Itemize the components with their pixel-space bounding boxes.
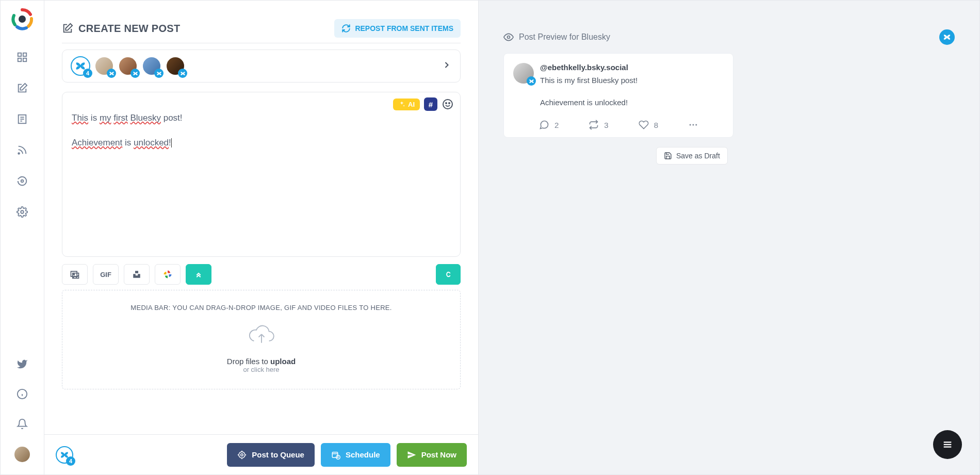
image-upload-button[interactable] (62, 264, 88, 285)
account-count-badge: 4 (83, 69, 92, 78)
nav-dashboard-icon[interactable] (15, 50, 29, 64)
account-avatar[interactable] (142, 56, 161, 76)
gif-button[interactable]: GIF (93, 264, 119, 285)
nav-compose-icon[interactable] (15, 81, 29, 95)
preview-heading: Post Preview for Bluesky (519, 32, 610, 42)
compose-panel: CREATE NEW POST REPOST FROM SENT ITEMS 4 (44, 1, 479, 474)
save-draft-label: Save as Draft (676, 152, 720, 160)
save-icon (664, 152, 672, 160)
edit-icon (62, 23, 73, 34)
repost-button[interactable]: REPOST FROM SENT ITEMS (334, 19, 461, 38)
selected-accounts-chip[interactable]: 4 (56, 446, 73, 464)
preview-avatar (513, 63, 534, 84)
unsplash-button[interactable] (124, 264, 150, 285)
svg-point-15 (443, 100, 452, 109)
svg-point-28 (690, 124, 691, 126)
svg-point-10 (21, 180, 24, 183)
repost-stat[interactable]: 3 (589, 120, 608, 130)
unsplash-icon (132, 270, 141, 279)
svg-point-20 (73, 274, 74, 275)
user-avatar[interactable] (14, 447, 30, 462)
chevron-right-icon (442, 60, 452, 72)
dropzone-label: MEDIA BAR: YOU CAN DRAG-N-DROP IMAGE, GI… (72, 304, 451, 312)
action-bar: 4 Post to Queue Schedule Post Now (44, 434, 478, 474)
nav-document-icon[interactable] (15, 112, 29, 126)
nav-rss-icon[interactable] (15, 143, 29, 157)
menu-icon (942, 439, 953, 450)
post-to-queue-button[interactable]: Post to Queue (227, 443, 315, 467)
sparkle-icon (398, 101, 405, 108)
eye-icon (503, 32, 514, 42)
svg-point-16 (446, 103, 447, 104)
page-title-text: CREATE NEW POST (78, 23, 180, 35)
post-now-button[interactable]: Post Now (397, 443, 467, 467)
svg-rect-24 (332, 452, 338, 457)
reply-icon (539, 120, 549, 130)
dropzone-sub: or click here (72, 366, 451, 373)
nav-twitter-icon[interactable] (15, 357, 29, 371)
svg-rect-3 (18, 58, 21, 61)
dropzone-main: Drop files to upload (72, 357, 451, 366)
ai-assist-label: AI (408, 101, 415, 108)
nav-info-icon[interactable] (15, 387, 29, 401)
preview-handle: @ebethkelly.bsky.social (540, 63, 724, 72)
svg-rect-2 (23, 53, 26, 56)
page-title: CREATE NEW POST (62, 23, 180, 35)
account-avatar[interactable] (94, 56, 114, 76)
nav-settings-icon[interactable] (15, 205, 29, 219)
ai-assist-button[interactable]: AI (393, 99, 420, 110)
chevrons-up-icon (194, 270, 203, 279)
nav-bell-icon[interactable] (15, 417, 29, 431)
media-dropzone[interactable]: MEDIA BAR: YOU CAN DRAG-N-DROP IMAGE, GI… (62, 290, 461, 389)
gif-label: GIF (100, 271, 111, 279)
preview-body-line: Achievement is unlocked! (540, 97, 724, 109)
sidebar (1, 1, 44, 474)
more-stat[interactable] (688, 120, 698, 130)
svg-point-17 (449, 103, 450, 104)
cloud-upload-icon (246, 324, 277, 347)
selected-accounts-count: 4 (66, 456, 75, 466)
svg-point-0 (19, 15, 26, 23)
account-avatar[interactable]: 4 (71, 56, 90, 76)
butterfly-icon (943, 33, 951, 41)
send-icon (407, 450, 416, 460)
google-photos-icon (162, 269, 173, 280)
preview-body-line: This is my first Bluesky post! (540, 75, 724, 87)
repost-button-label: REPOST FROM SENT ITEMS (355, 24, 453, 32)
account-selector[interactable]: 4 (62, 50, 461, 83)
reply-stat[interactable]: 2 (539, 120, 559, 130)
svg-rect-4 (23, 58, 26, 61)
calendar-clock-icon (331, 450, 340, 460)
like-stat[interactable]: 8 (639, 120, 658, 130)
refresh-icon (341, 24, 351, 33)
account-avatar[interactable] (118, 56, 138, 76)
editor-line: Achievement is unlocked! (72, 138, 451, 148)
menu-fab[interactable] (933, 430, 962, 459)
canva-icon (443, 269, 453, 280)
image-icon (70, 269, 80, 280)
editor-line: This is my first Bluesky post! (72, 113, 451, 123)
target-icon (237, 450, 247, 460)
heart-icon (639, 120, 649, 130)
svg-point-27 (508, 36, 510, 39)
canva-button[interactable] (436, 264, 461, 285)
schedule-button[interactable]: Schedule (321, 443, 390, 467)
hashtag-button[interactable]: # (424, 97, 437, 111)
repost-icon (589, 120, 599, 130)
app-logo (11, 8, 34, 30)
post-editor[interactable]: AI # This is my first Bluesky post! Achi… (62, 92, 461, 257)
svg-point-30 (695, 124, 697, 126)
svg-point-9 (18, 153, 20, 154)
save-draft-button[interactable]: Save as Draft (656, 147, 728, 165)
svg-point-22 (239, 452, 245, 458)
emoji-button[interactable] (442, 98, 454, 110)
expand-button[interactable] (186, 264, 211, 285)
schedule-label: Schedule (346, 450, 380, 459)
post-to-queue-label: Post to Queue (252, 450, 304, 459)
preview-panel: Post Preview for Bluesky @ebethkelly.bsk… (479, 1, 979, 474)
google-photos-button[interactable] (155, 264, 181, 285)
account-avatar[interactable] (166, 56, 185, 76)
svg-point-29 (693, 124, 694, 126)
svg-point-11 (21, 210, 24, 214)
nav-refresh-icon[interactable] (15, 174, 29, 188)
